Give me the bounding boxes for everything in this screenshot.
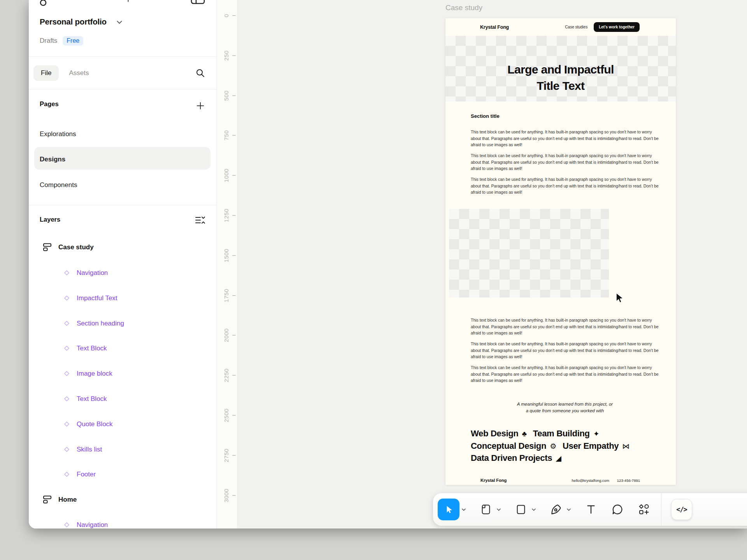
layer-label: Skills list	[77, 446, 102, 453]
ruler-label: 1500	[223, 248, 230, 262]
mouse-cursor-icon	[615, 292, 625, 304]
layer-row-footer[interactable]: Footer	[29, 462, 216, 487]
ruler-label: 2250	[223, 369, 230, 382]
move-tool-dropdown[interactable]	[459, 508, 468, 511]
design-quote-block: A meaningful lesson learned from this pr…	[471, 401, 659, 414]
comment-tool-button[interactable]	[609, 499, 626, 520]
component-instance-icon	[62, 319, 71, 328]
chevron-down-icon[interactable]	[117, 21, 122, 24]
move-cursor-icon	[444, 504, 454, 514]
pages-header: Pages	[40, 100, 59, 108]
skills-line-3: Data Driven Projects◢	[471, 452, 630, 465]
layer-row-quote-block[interactable]: Quote Block	[29, 411, 216, 437]
frame-tool-dropdown[interactable]	[494, 508, 503, 511]
layer-row-text-block[interactable]: Text Block	[29, 336, 216, 361]
ruler-tick	[232, 15, 236, 16]
design-frame-case-study[interactable]: Krystal Fong Case studies Let's work tog…	[445, 18, 676, 485]
bottom-toolbar: </>	[433, 493, 747, 526]
component-instance-icon	[62, 520, 71, 528]
text-tool-icon	[585, 504, 597, 515]
divider	[29, 56, 216, 57]
ruler-label: 0	[223, 14, 230, 18]
collapse-layers-button[interactable]	[195, 214, 206, 226]
layers-header: Layers	[40, 216, 60, 223]
plus-icon	[196, 101, 205, 110]
dev-mode-toggle-button[interactable]: </>	[671, 499, 692, 520]
figma-menu-icon[interactable]	[39, 0, 49, 6]
toolbar-divider	[661, 493, 661, 526]
chevron-down-icon	[462, 508, 466, 511]
ruler-label: 750	[223, 130, 230, 141]
layer-label: Text Block	[77, 395, 107, 403]
paragraph: This text block can be used for anything…	[471, 152, 659, 172]
design-nav-link: Case studies	[565, 25, 587, 29]
component-instance-icon	[62, 369, 71, 378]
chevron-down-icon	[567, 508, 571, 511]
bowtie-icon: ⋈	[622, 442, 630, 450]
project-title[interactable]: Personal portfolio	[40, 17, 107, 26]
search-icon	[195, 68, 205, 78]
layer-row-impactful-text[interactable]: Impactful Text	[29, 285, 216, 311]
project-location[interactable]: Drafts	[40, 37, 57, 45]
ruler-label: 500	[223, 90, 230, 101]
ruler-tick	[232, 415, 236, 416]
skills-line-1: Web Design♣Team Building✦	[471, 428, 630, 440]
ruler-tick	[232, 455, 236, 456]
quote-line2: a quote from someone you worked with	[471, 408, 659, 414]
star-icon: ✦	[593, 430, 600, 438]
tab-file[interactable]: File	[33, 65, 59, 81]
design-hero-title: Large and Impactful Title Text	[445, 61, 676, 94]
actions-tool-button[interactable]	[635, 499, 652, 520]
tab-assets[interactable]: Assets	[69, 69, 89, 77]
text-tool-button[interactable]	[582, 499, 600, 520]
sidebar-page-designs[interactable]: Designs	[40, 156, 65, 163]
gear-icon: ⚙	[550, 442, 556, 450]
rectangle-tool-button[interactable]	[512, 499, 530, 520]
skill-label: Data Driven Projects	[471, 453, 552, 463]
add-page-button[interactable]	[195, 100, 206, 112]
frame-tool-icon	[480, 504, 492, 515]
search-button[interactable]	[195, 67, 206, 79]
list-collapse-icon	[195, 216, 206, 224]
hero-title-line2: Title Text	[445, 78, 676, 94]
layer-row-home[interactable]: Home	[29, 487, 216, 512]
sidebar-page-explorations[interactable]: Explorations	[40, 130, 76, 138]
paragraph: This text block can be used for anything…	[471, 317, 659, 336]
skill-label: User Empathy	[563, 441, 619, 451]
plan-badge[interactable]: Free	[63, 36, 83, 46]
ruler-tick	[232, 335, 236, 336]
layer-row-navigation-home[interactable]: Navigation	[29, 512, 216, 528]
chevron-down-icon	[497, 508, 501, 511]
layer-row-case-study[interactable]: Case study	[29, 234, 216, 260]
layer-row-text-block-2[interactable]: Text Block	[29, 386, 216, 411]
component-instance-icon	[62, 420, 71, 429]
layer-label: Section heading	[77, 320, 124, 327]
ruler-tick	[232, 55, 236, 56]
ruler-label: 3000	[223, 488, 230, 502]
component-instance-icon	[62, 294, 71, 303]
actions-shapes-icon	[638, 503, 650, 516]
ruler-tick	[232, 95, 236, 96]
hero-title-line1: Large and Impactful	[445, 61, 676, 78]
skill-label: Conceptual Design	[471, 441, 546, 451]
layer-row-skills-list[interactable]: Skills list	[29, 437, 216, 462]
pen-tool-button[interactable]	[547, 499, 565, 520]
move-tool-button[interactable]	[438, 499, 459, 520]
ruler-tick	[232, 295, 236, 296]
layer-row-section-heading[interactable]: Section heading	[29, 311, 216, 336]
layer-label: Navigation	[77, 521, 108, 529]
layer-row-navigation[interactable]: Navigation	[29, 260, 216, 285]
layer-row-image-block[interactable]: Image block	[29, 361, 216, 386]
frame-tool-button[interactable]	[477, 499, 494, 520]
ruler-tick	[232, 495, 236, 496]
rectangle-tool-dropdown[interactable]	[530, 508, 538, 511]
sidebar-page-components[interactable]: Components	[40, 181, 77, 189]
layer-label: Text Block	[77, 345, 107, 352]
toggle-sidebar-icon[interactable]	[191, 0, 205, 5]
skills-line-2: Conceptual Design⚙User Empathy⋈	[471, 440, 630, 453]
design-image-block-placeholder	[449, 209, 609, 298]
design-hero-image-placeholder: Large and Impactful Title Text	[445, 36, 676, 102]
design-brand-text: Krystal Fong	[480, 24, 509, 30]
frame-title-label[interactable]: Case study	[445, 4, 482, 12]
pen-tool-dropdown[interactable]	[565, 508, 573, 511]
